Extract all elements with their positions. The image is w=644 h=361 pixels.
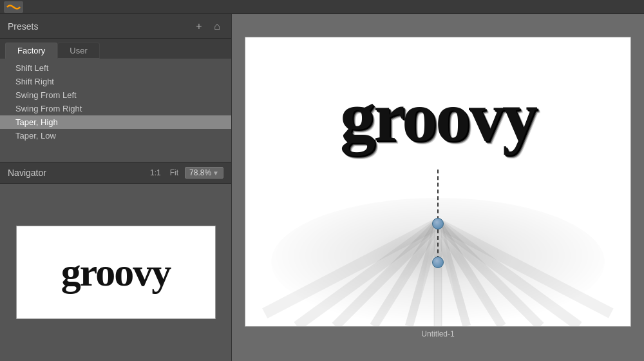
control-point-lower[interactable] xyxy=(432,257,444,268)
left-panel: Presets + ⌂ Factory User Shift Left Shif… xyxy=(0,14,232,361)
list-item-selected[interactable]: Taper, High xyxy=(0,115,231,129)
nav-zoom-value: 78.8% xyxy=(189,168,211,177)
presets-title: Presets xyxy=(8,21,38,32)
canvas-title: Untitled-1 xyxy=(421,329,454,338)
app-icon xyxy=(4,1,23,13)
nav-zoom-arrow: ▼ xyxy=(213,170,219,177)
presets-icons: + ⌂ xyxy=(193,20,223,33)
control-point-upper[interactable] xyxy=(432,218,444,229)
add-preset-button[interactable]: + xyxy=(193,20,205,33)
nav-controls: 1:1 Fit 78.8% ▼ xyxy=(147,167,223,179)
home-preset-button[interactable]: ⌂ xyxy=(211,20,223,33)
list-item[interactable]: Shift Right xyxy=(0,75,231,88)
navigator-title: Navigator xyxy=(8,168,46,178)
nav-fit-button[interactable]: Fit xyxy=(167,168,181,178)
nav-preview-canvas: groovy xyxy=(16,226,216,319)
nav-groovy-text: groovy xyxy=(61,249,170,295)
list-item[interactable]: Swing From Right xyxy=(0,102,231,115)
tab-user[interactable]: User xyxy=(57,43,99,59)
nav-zoom-box[interactable]: 78.8% ▼ xyxy=(185,167,223,179)
main-text: groovy xyxy=(340,76,536,158)
tabs-row: Factory User xyxy=(0,39,231,59)
list-item[interactable]: Swing From Left xyxy=(0,88,231,102)
list-item[interactable]: Taper, Low xyxy=(0,129,231,142)
preset-list: Shift Left Shift Right Swing From Left S… xyxy=(0,59,231,162)
control-line xyxy=(437,170,439,260)
canvas-container: groovy xyxy=(245,37,631,327)
right-area: groovy Untitled-1 xyxy=(232,14,644,361)
top-bar xyxy=(0,0,644,14)
tab-factory[interactable]: Factory xyxy=(5,43,57,59)
nav-ratio-button[interactable]: 1:1 xyxy=(147,168,164,178)
list-item[interactable]: Shift Left xyxy=(0,61,231,75)
main-layout: Presets + ⌂ Factory User Shift Left Shif… xyxy=(0,14,644,361)
navigator-header: Navigator 1:1 Fit 78.8% ▼ xyxy=(0,162,231,184)
presets-header: Presets + ⌂ xyxy=(0,14,231,39)
navigator-preview: groovy xyxy=(0,184,231,361)
